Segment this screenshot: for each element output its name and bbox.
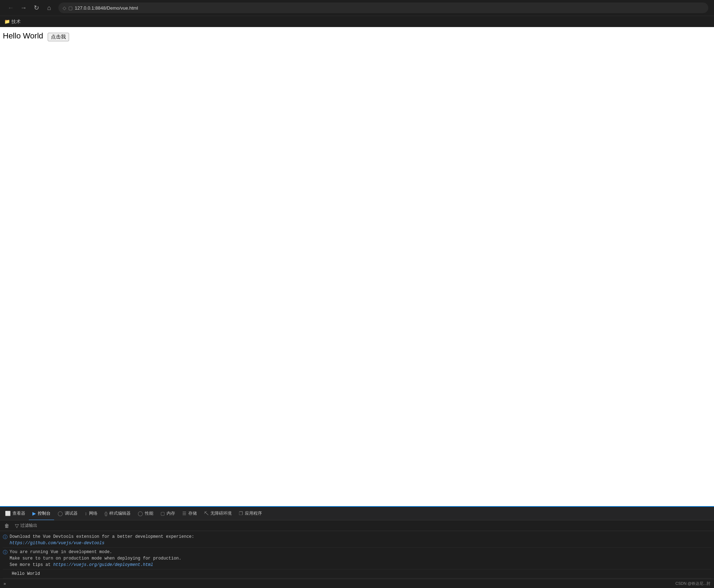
console-entry-hello-world: Hello World [3, 569, 711, 578]
console-link-1[interactable]: https://github.com/vuejs/vue-devtools [10, 540, 194, 546]
breadcrumb-label: 技术 [11, 19, 21, 25]
storage-tab-icon: ☰ [182, 511, 187, 516]
style-tab-label: 样式编辑器 [109, 510, 131, 516]
filter-label: 过滤输出 [20, 523, 37, 529]
browser-titlebar: ← → ↻ ⌂ ◇ ▢ [0, 0, 714, 16]
devtools-bottombar: » CSDN @铁达尼...肘 [0, 579, 714, 588]
chevron-icon: » [4, 581, 6, 586]
devtools-console: ⓘ Download the Vue Devtools extension fo… [0, 531, 714, 579]
accessibility-tab-icon: ⛏ [204, 511, 209, 516]
page-icon: ▢ [68, 5, 73, 11]
page-content: Hello World 点击我 [0, 27, 714, 506]
breadcrumb-bar: 📁 技术 [0, 16, 714, 27]
home-button[interactable]: ⌂ [44, 3, 54, 13]
folder-icon: 📁 [4, 19, 10, 24]
address-bar-container: ◇ ▢ [58, 2, 708, 13]
hello-world-text: Hello World [3, 31, 43, 40]
console-line-dev-2: Make sure to turn on production mode whe… [10, 555, 181, 562]
filter-icon: ▽ [15, 523, 19, 529]
memory-tab-icon: ▢ [161, 511, 165, 516]
devtools-toolbar: 🗑 ▽ 过滤输出 [0, 520, 714, 531]
console-entry-dev-mode: ⓘ You are running Vue in development mod… [3, 548, 711, 569]
elements-tab-icon: ⬜ [5, 511, 11, 516]
tab-storage[interactable]: ☰ 存储 [179, 507, 200, 520]
performance-tab-icon: ◯ [138, 511, 143, 516]
tab-memory[interactable]: ▢ 内存 [157, 507, 179, 520]
debugger-tab-icon: ◯ [58, 511, 63, 516]
storage-tab-label: 存储 [188, 510, 197, 516]
memory-tab-label: 内存 [167, 510, 175, 516]
console-entry-vue-devtools: ⓘ Download the Vue Devtools extension fo… [3, 532, 711, 548]
nav-buttons: ← → ↻ ⌂ [6, 3, 54, 13]
back-button[interactable]: ← [6, 3, 16, 13]
console-hello-world-text: Hello World [12, 571, 40, 577]
tab-debugger[interactable]: ◯ 调试器 [54, 507, 81, 520]
tab-elements[interactable]: ⬜ 查看器 [1, 507, 29, 520]
click-me-button[interactable]: 点击我 [48, 33, 69, 41]
performance-tab-label: 性能 [145, 510, 153, 516]
devtools-panel: ⬜ 查看器 ▶ 控制台 ◯ 调试器 ↕ 网络 {} 样式编辑器 ◯ 性能 ▢ 内… [0, 506, 714, 588]
watermark: CSDN @铁达尼...肘 [675, 581, 710, 586]
shield-icon: ◇ [63, 5, 66, 11]
tab-style-editor[interactable]: {} 样式编辑器 [101, 507, 135, 520]
application-tab-icon: ❐ [239, 511, 243, 516]
devtools-tabs: ⬜ 查看器 ▶ 控制台 ◯ 调试器 ↕ 网络 {} 样式编辑器 ◯ 性能 ▢ 内… [0, 507, 714, 520]
console-line-dev-3: See more tips at https://vuejs.org/guide… [10, 562, 181, 568]
accessibility-tab-label: 无障碍环境 [210, 510, 232, 516]
tab-network[interactable]: ↕ 网络 [81, 507, 101, 520]
bottombar-left: » [4, 581, 6, 586]
forward-button[interactable]: → [19, 3, 28, 13]
tab-performance[interactable]: ◯ 性能 [134, 507, 157, 520]
console-tab-icon: ▶ [32, 511, 36, 516]
info-icon-2: ⓘ [3, 549, 7, 556]
clear-console-button[interactable]: 🗑 [3, 522, 11, 529]
tab-application[interactable]: ❐ 应用程序 [235, 507, 266, 520]
address-input[interactable] [75, 5, 704, 11]
console-line-1: Download the Vue Devtools extension for … [10, 534, 194, 540]
console-line-dev-1: You are running Vue in development mode. [10, 549, 181, 555]
debugger-tab-label: 调试器 [65, 510, 78, 516]
trash-icon: 🗑 [4, 523, 9, 529]
elements-tab-label: 查看器 [12, 510, 25, 516]
info-icon-1: ⓘ [3, 534, 7, 541]
filter-console-button[interactable]: ▽ 过滤输出 [14, 522, 39, 529]
network-tab-icon: ↕ [85, 511, 87, 516]
tab-accessibility[interactable]: ⛏ 无障碍环境 [200, 507, 235, 520]
tab-console[interactable]: ▶ 控制台 [29, 507, 54, 520]
application-tab-label: 应用程序 [245, 510, 262, 516]
console-tab-label: 控制台 [38, 510, 51, 516]
network-tab-label: 网络 [89, 510, 98, 516]
reload-button[interactable]: ↻ [31, 3, 41, 13]
console-link-2[interactable]: https://vuejs.org/guide/deployment.html [53, 562, 153, 567]
breadcrumb: 📁 技术 [4, 19, 21, 25]
style-tab-icon: {} [105, 511, 108, 516]
